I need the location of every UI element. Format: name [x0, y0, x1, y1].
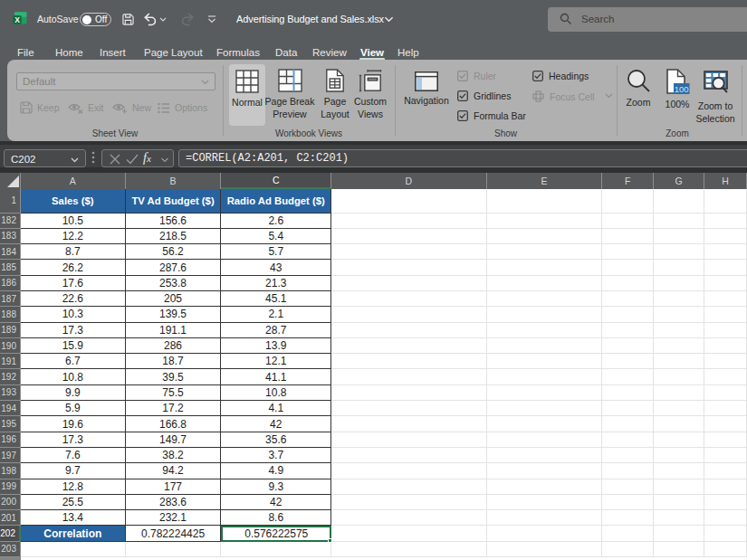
svg-text:X: X [14, 15, 20, 24]
